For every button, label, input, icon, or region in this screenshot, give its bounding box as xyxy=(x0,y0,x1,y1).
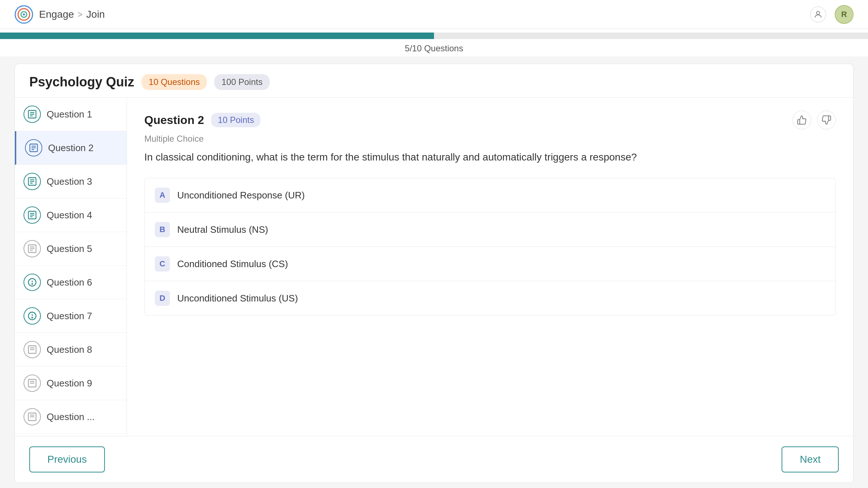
sidebar-item-q2[interactable]: Question 2 xyxy=(15,131,127,165)
avatar-initials: R xyxy=(841,10,847,19)
question-number: Question 2 xyxy=(144,114,204,127)
answer-text-c: Conditioned Stimulus (CS) xyxy=(177,258,288,270)
breadcrumb-separator: > xyxy=(78,9,83,20)
progress-bar-fill xyxy=(0,33,434,39)
question-header: Question 2 10 Points xyxy=(144,111,836,129)
quiz-header: Psychology Quiz 10 Questions 100 Points xyxy=(15,64,853,98)
progress-label: 5/10 Questions xyxy=(0,39,868,56)
answer-options-list: A Unconditioned Response (UR) B Neutral … xyxy=(144,178,836,316)
answer-letter-a: A xyxy=(155,188,170,203)
avatar[interactable]: R xyxy=(835,5,854,24)
question-type: Multiple Choice xyxy=(144,134,836,144)
engage-logo xyxy=(14,5,33,24)
answer-text-b: Neutral Stimulus (NS) xyxy=(177,224,268,235)
sidebar-item-q3[interactable]: Question 3 xyxy=(15,165,127,198)
sidebar-label-q8: Question 8 xyxy=(47,344,92,355)
sidebar-icon-q3 xyxy=(24,173,41,190)
question-points-badge: 10 Points xyxy=(211,113,260,127)
sidebar-item-q7[interactable]: Question 7 xyxy=(15,299,127,333)
svg-point-3 xyxy=(23,13,25,16)
sidebar-item-q8[interactable]: Question 8 xyxy=(15,333,127,367)
answer-option-d[interactable]: D Unconditioned Stimulus (US) xyxy=(145,281,835,315)
content-layout: Question 1 Question 2 Question 3 xyxy=(15,98,853,436)
sidebar-label-q1: Question 1 xyxy=(47,109,92,120)
sidebar-icon-q2 xyxy=(25,139,42,157)
question-text: In classical conditioning, what is the t… xyxy=(144,150,836,165)
main-container: Psychology Quiz 10 Questions 100 Points … xyxy=(14,64,854,483)
question-title-row: Question 2 10 Points xyxy=(144,113,260,127)
progress-bar-background xyxy=(0,33,868,39)
sidebar-icon-q6 xyxy=(24,274,41,291)
sidebar-label-q3: Question 3 xyxy=(47,176,92,187)
top-nav: Engage > Join R xyxy=(0,0,868,29)
sidebar-label-q2: Question 2 xyxy=(48,142,94,154)
quiz-title: Psychology Quiz xyxy=(29,74,134,90)
sidebar-icon-q10 xyxy=(24,408,41,425)
sidebar: Question 1 Question 2 Question 3 xyxy=(15,98,127,436)
sidebar-label-q6: Question 6 xyxy=(47,277,92,288)
answer-letter-d: D xyxy=(155,291,170,306)
sidebar-item-q1[interactable]: Question 1 xyxy=(15,98,127,131)
svg-point-27 xyxy=(32,284,33,284)
thumbs-down-button[interactable] xyxy=(817,111,836,129)
sidebar-item-q10[interactable]: Question ... xyxy=(15,400,127,434)
sidebar-icon-q8 xyxy=(24,341,41,358)
answer-letter-b: B xyxy=(155,222,170,237)
sidebar-icon-q1 xyxy=(24,106,41,123)
answer-text-a: Unconditioned Response (UR) xyxy=(177,190,305,201)
answer-option-c[interactable]: C Conditioned Stimulus (CS) xyxy=(145,247,835,281)
sidebar-item-q9[interactable]: Question 9 xyxy=(15,367,127,400)
answer-letter-c: C xyxy=(155,256,170,271)
vote-icons xyxy=(792,111,836,129)
sidebar-label-q10: Question ... xyxy=(47,411,95,423)
breadcrumb-join[interactable]: Join xyxy=(86,9,105,20)
bottom-nav: Previous Next xyxy=(15,436,853,483)
sidebar-icon-q4 xyxy=(24,206,41,224)
sidebar-icon-q9 xyxy=(24,374,41,392)
sidebar-label-q9: Question 9 xyxy=(47,378,92,389)
thumbs-up-button[interactable] xyxy=(792,111,811,129)
nav-left: Engage > Join xyxy=(14,5,105,24)
next-button[interactable]: Next xyxy=(782,446,839,472)
sidebar-label-q7: Question 7 xyxy=(47,311,92,322)
sidebar-label-q4: Question 4 xyxy=(47,210,92,221)
answer-option-a[interactable]: A Unconditioned Response (UR) xyxy=(145,178,835,213)
sidebar-item-q6[interactable]: Question 6 xyxy=(15,266,127,299)
breadcrumb-engage[interactable]: Engage xyxy=(39,9,74,20)
answer-option-b[interactable]: B Neutral Stimulus (NS) xyxy=(145,213,835,247)
sidebar-label-q5: Question 5 xyxy=(47,243,92,254)
answer-text-d: Unconditioned Stimulus (US) xyxy=(177,293,298,304)
svg-point-30 xyxy=(32,317,33,318)
previous-button[interactable]: Previous xyxy=(29,446,105,472)
points-badge-header: 100 Points xyxy=(214,74,269,90)
sidebar-icon-q7 xyxy=(24,307,41,325)
sidebar-item-q4[interactable]: Question 4 xyxy=(15,198,127,232)
questions-badge: 10 Questions xyxy=(141,74,207,90)
progress-section: 5/10 Questions xyxy=(0,29,868,56)
svg-point-4 xyxy=(817,11,820,14)
user-icon[interactable] xyxy=(810,7,826,22)
question-area: Question 2 10 Points xyxy=(127,98,853,436)
breadcrumb: Engage > Join xyxy=(39,9,105,20)
sidebar-item-q5[interactable]: Question 5 xyxy=(15,232,127,266)
sidebar-icon-q5 xyxy=(24,240,41,257)
